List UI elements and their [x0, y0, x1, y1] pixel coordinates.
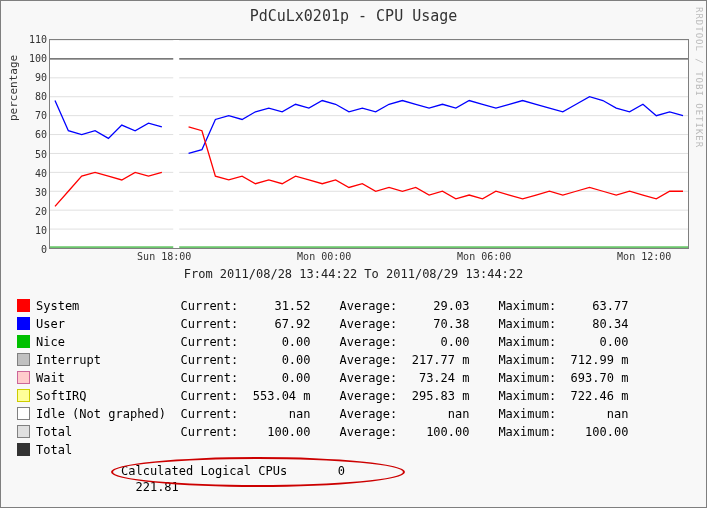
y-tick: 10: [23, 224, 47, 235]
time-range: From 2011/08/28 13:44:22 To 2011/08/29 1…: [1, 267, 706, 281]
legend-swatch: [17, 299, 30, 312]
x-tick: Mon 06:00: [457, 251, 511, 262]
legend-row: Wait Current: 0.00 Average: 73.24 m Maxi…: [17, 369, 628, 387]
watermark: RRDTOOL / TOBI OETIKER: [694, 7, 704, 148]
legend-swatch: [17, 425, 30, 438]
footer-label: Calculated Logical CPUs: [121, 464, 287, 478]
chart-title: PdCuLx0201p - CPU Usage: [1, 1, 706, 25]
x-tick: Mon 12:00: [617, 251, 671, 262]
x-axis-ticks: Sun 18:00Mon 00:00Mon 06:00Mon 12:00: [49, 251, 689, 265]
y-axis-label: percentage: [7, 55, 20, 121]
legend-swatch: [17, 353, 30, 366]
y-tick: 80: [23, 91, 47, 102]
legend-text: Wait Current: 0.00 Average: 73.24 m Maxi…: [36, 369, 628, 387]
y-tick: 30: [23, 186, 47, 197]
chart-frame: PdCuLx0201p - CPU Usage RRDTOOL / TOBI O…: [0, 0, 707, 508]
y-tick: 0: [23, 244, 47, 255]
legend-swatch: [17, 407, 30, 420]
legend-text: Total: [36, 441, 181, 459]
x-tick: Mon 00:00: [297, 251, 351, 262]
series-system: [55, 127, 683, 206]
legend-text: Interrupt Current: 0.00 Average: 217.77 …: [36, 351, 628, 369]
legend-text: SoftIRQ Current: 553.04 m Average: 295.8…: [36, 387, 628, 405]
plot-svg: [49, 39, 689, 249]
legend-row: Total: [17, 441, 628, 459]
legend-text: Nice Current: 0.00 Average: 0.00 Maximum…: [36, 333, 628, 351]
y-tick: 20: [23, 205, 47, 216]
footer-value: 0: [338, 464, 345, 478]
legend-row: SoftIRQ Current: 553.04 m Average: 295.8…: [17, 387, 628, 405]
legend-row: System Current: 31.52 Average: 29.03 Max…: [17, 297, 628, 315]
y-tick: 50: [23, 148, 47, 159]
legend-swatch: [17, 371, 30, 384]
legend-table: System Current: 31.52 Average: 29.03 Max…: [17, 297, 628, 459]
footer-block: Calculated Logical CPUs 0 221.81: [121, 463, 345, 495]
y-axis-ticks: 0102030405060708090100110: [23, 39, 47, 249]
legend-swatch: [17, 389, 30, 402]
y-tick: 110: [23, 34, 47, 45]
series-user: [55, 97, 683, 154]
legend-row: Nice Current: 0.00 Average: 0.00 Maximum…: [17, 333, 628, 351]
legend-text: User Current: 67.92 Average: 70.38 Maxim…: [36, 315, 628, 333]
legend-row: Total Current: 100.00 Average: 100.00 Ma…: [17, 423, 628, 441]
y-tick: 40: [23, 167, 47, 178]
legend-text: System Current: 31.52 Average: 29.03 Max…: [36, 297, 628, 315]
legend-swatch: [17, 335, 30, 348]
legend-row: Interrupt Current: 0.00 Average: 217.77 …: [17, 351, 628, 369]
y-tick: 100: [23, 53, 47, 64]
legend-text: Total Current: 100.00 Average: 100.00 Ma…: [36, 423, 628, 441]
legend-swatch: [17, 443, 30, 456]
y-tick: 60: [23, 129, 47, 140]
plot-area: [49, 39, 689, 249]
svg-rect-14: [173, 40, 179, 248]
legend-row: User Current: 67.92 Average: 70.38 Maxim…: [17, 315, 628, 333]
legend-row: Idle (Not graphed) Current: nan Average:…: [17, 405, 628, 423]
footer-extra: 221.81: [135, 480, 178, 494]
y-tick: 70: [23, 110, 47, 121]
legend-swatch: [17, 317, 30, 330]
y-tick: 90: [23, 72, 47, 83]
x-tick: Sun 18:00: [137, 251, 191, 262]
legend-text: Idle (Not graphed) Current: nan Average:…: [36, 405, 628, 423]
